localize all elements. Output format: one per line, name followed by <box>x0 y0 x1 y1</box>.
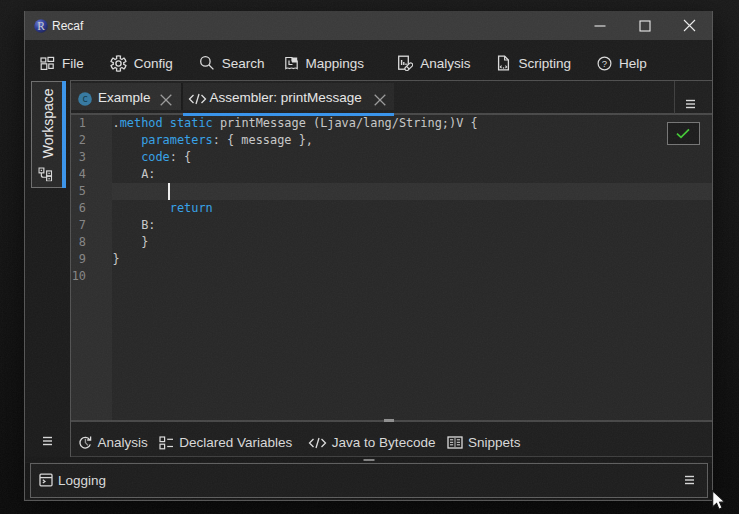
tab-list-menu-button[interactable] <box>686 95 695 113</box>
hamburger-icon <box>685 475 694 485</box>
menu-item-scripting[interactable]: Scripting <box>483 55 584 71</box>
line-number: 5 <box>71 183 112 200</box>
main-panel: c Example Assemb <box>71 80 712 457</box>
line-number-gutter: 12345678910 <box>71 115 112 420</box>
desktop: R Recaf FileConfigSearchMappingsAnalysis… <box>0 0 739 514</box>
menu-item-label: Mappings <box>306 56 365 71</box>
tabbar-separator <box>674 81 675 114</box>
app-window: R Recaf FileConfigSearchMappingsAnalysis… <box>24 11 713 501</box>
svg-text:R: R <box>37 20 45 32</box>
menu-item-mappings[interactable]: Mappings <box>271 56 378 71</box>
bottom-tab-analysis[interactable]: Analysis <box>78 435 148 450</box>
code-line-8: } <box>112 234 712 251</box>
logging-split-divider[interactable] <box>25 457 712 462</box>
bottom-tab-snippets[interactable]: Snippets <box>447 435 521 450</box>
recaf-logo-icon: R <box>34 19 48 33</box>
tab-label: Assembler: printMessage <box>210 90 362 105</box>
success-check-icon <box>676 128 690 139</box>
workspace-tree-icon <box>38 168 52 182</box>
code-line-1: .method static printMessage (Ljava/lang/… <box>112 115 712 132</box>
bottom-tab-java-to-bytecode[interactable]: Java to Bytecode <box>308 435 436 450</box>
menu-item-label: Analysis <box>420 56 470 71</box>
divider-grabber[interactable] <box>364 459 375 462</box>
line-number: 6 <box>71 200 112 217</box>
line-number: 10 <box>71 268 112 285</box>
menu-item-label: Config <box>134 56 173 71</box>
text-caret <box>168 183 170 200</box>
tab-assembler[interactable]: Assembler: printMessage <box>183 83 395 110</box>
side-strip-menu-button[interactable] <box>25 436 70 446</box>
window-controls <box>577 11 712 40</box>
line-number: 9 <box>71 251 112 268</box>
code-line-7: B: <box>112 217 712 234</box>
code-line-2: parameters: { message }, <box>112 132 712 149</box>
analysis-icon <box>397 55 413 71</box>
scripting-icon <box>496 55 511 71</box>
menu-item-file[interactable]: File <box>27 56 97 71</box>
class-icon: c <box>78 92 92 106</box>
bottom-tab-label: Snippets <box>468 435 521 450</box>
bottom-tab-label: Java to Bytecode <box>332 435 436 450</box>
assembler-status-button[interactable] <box>667 122 700 145</box>
line-number: 4 <box>71 166 112 183</box>
hamburger-icon <box>686 99 695 109</box>
close-icon[interactable] <box>374 94 386 106</box>
title-bar[interactable]: R Recaf <box>25 11 712 40</box>
search-icon <box>199 55 215 71</box>
active-tab-underline <box>183 113 395 116</box>
code-line-9: } <box>112 251 712 268</box>
code-line-6: return <box>112 200 712 217</box>
assembler-editor[interactable]: 12345678910 .method static printMessage … <box>71 115 712 420</box>
tab-label: Example <box>98 90 151 105</box>
close-icon[interactable] <box>160 94 172 106</box>
bottom-tab-declared-variables[interactable]: Declared Variables <box>159 435 292 450</box>
menu-bar: FileConfigSearchMappingsAnalysisScriptin… <box>25 40 712 80</box>
logging-menu-button[interactable] <box>685 471 694 489</box>
menu-item-search[interactable]: Search <box>186 55 278 71</box>
menu-item-analysis[interactable]: Analysis <box>384 55 483 71</box>
book-icon <box>447 436 463 449</box>
menu-item-help[interactable]: ?Help <box>584 56 660 71</box>
sidebar-item-workspace[interactable]: Workspace <box>31 81 67 188</box>
mappings-icon <box>284 56 299 71</box>
logging-tab-label: Logging <box>58 473 685 488</box>
line-number: 8 <box>71 234 112 251</box>
logging-tab-bar[interactable]: Logging <box>30 463 708 498</box>
bottom-tab-label: Analysis <box>98 435 148 450</box>
history-clock-icon <box>78 435 93 450</box>
minimize-button[interactable] <box>577 11 622 40</box>
code-line-5 <box>112 183 712 200</box>
bottom-tab-label: Declared Variables <box>179 435 292 450</box>
hamburger-icon <box>43 436 52 446</box>
code-tag-icon <box>308 437 327 449</box>
menu-item-label: Search <box>222 56 265 71</box>
window-title: Recaf <box>52 19 83 33</box>
workspace-active-indicator <box>62 81 66 188</box>
file-menu-icon <box>40 56 55 71</box>
maximize-button[interactable] <box>622 11 667 40</box>
line-number: 3 <box>71 149 112 166</box>
tab-example[interactable]: c Example <box>71 83 181 110</box>
code-line-10 <box>112 268 712 285</box>
close-button[interactable] <box>667 11 712 40</box>
logging-panel: Logging <box>25 463 712 499</box>
line-number: 7 <box>71 217 112 234</box>
assembler-bottom-toolbar: AnalysisDeclared VariablesJava to Byteco… <box>71 422 712 458</box>
svg-text:c: c <box>81 93 87 104</box>
editor-tab-bar: c Example Assemb <box>71 80 712 115</box>
mouse-cursor <box>712 490 726 511</box>
checklist-icon <box>159 436 174 450</box>
code-area[interactable]: .method static printMessage (Ljava/lang/… <box>112 115 712 420</box>
terminal-window-icon <box>39 473 53 487</box>
svg-text:?: ? <box>602 58 607 69</box>
sidebar-item-label: Workspace <box>40 89 56 159</box>
line-number: 2 <box>71 132 112 149</box>
menu-item-config[interactable]: Config <box>97 55 186 72</box>
code-line-3: code: { <box>112 149 712 166</box>
side-tab-strip: Workspace <box>25 80 71 457</box>
menu-item-label: Scripting <box>518 56 571 71</box>
gear-icon <box>110 55 127 72</box>
menu-item-label: File <box>62 56 84 71</box>
menu-item-label: Help <box>619 56 647 71</box>
code-line-4: A: <box>112 166 712 183</box>
